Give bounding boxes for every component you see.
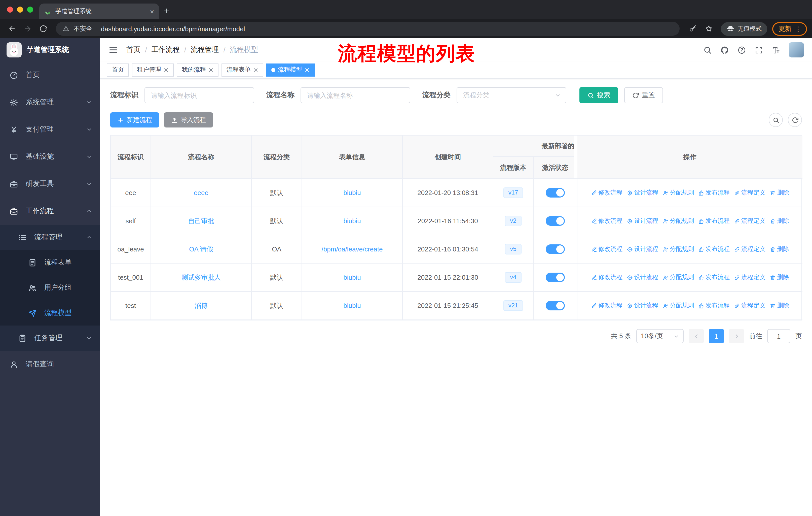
sidebar-item-process-form[interactable]: 流程表单: [0, 250, 100, 275]
sidebar-toggle-icon[interactable]: [108, 45, 118, 55]
action-publish[interactable]: 发布流程: [698, 301, 730, 310]
action-publish[interactable]: 发布流程: [698, 217, 730, 225]
action-publish[interactable]: 发布流程: [698, 245, 730, 253]
sidebar-item-infrastructure[interactable]: 基础设施: [0, 143, 100, 170]
refresh-table-button[interactable]: [788, 113, 802, 127]
help-icon[interactable]: [737, 46, 746, 54]
action-assign[interactable]: 分配规则: [662, 301, 694, 310]
action-delete[interactable]: 删除: [770, 273, 789, 282]
back-button[interactable]: [5, 22, 19, 35]
address-bar[interactable]: 不安全 dashboard.yudao.iocoder.cn/bpm/manag…: [56, 22, 679, 36]
action-publish[interactable]: 发布流程: [698, 273, 730, 282]
window-close-button[interactable]: [7, 6, 13, 12]
action-edit[interactable]: 修改流程: [591, 188, 622, 197]
user-avatar[interactable]: [789, 42, 804, 57]
category-select[interactable]: 流程分类: [457, 87, 566, 103]
import-process-button[interactable]: 导入流程: [164, 112, 213, 128]
close-icon[interactable]: [304, 67, 310, 72]
close-icon[interactable]: [253, 67, 258, 72]
search-button[interactable]: 搜索: [579, 87, 618, 103]
sidebar-item-workflow[interactable]: 工作流程: [0, 197, 100, 225]
breadcrumb-home[interactable]: 首页: [126, 45, 141, 54]
action-assign[interactable]: 分配规则: [662, 188, 694, 197]
reset-button[interactable]: 重置: [624, 87, 663, 103]
action-edit[interactable]: 修改流程: [591, 217, 622, 225]
form-info-link[interactable]: biubiu: [343, 274, 361, 281]
sidebar-item-home[interactable]: 首页: [0, 61, 100, 89]
active-status-toggle[interactable]: [546, 188, 565, 197]
tag-tenant-manage[interactable]: 租户管理: [132, 63, 174, 76]
tab-close-icon[interactable]: ×: [150, 8, 154, 15]
form-info-link[interactable]: biubiu: [343, 189, 361, 196]
sidebar-item-process-manage[interactable]: 流程管理: [0, 225, 100, 250]
action-assign[interactable]: 分配规则: [662, 245, 694, 253]
action-define[interactable]: 流程定义: [734, 245, 765, 253]
toggle-search-button[interactable]: [769, 113, 783, 127]
password-key-icon[interactable]: [686, 22, 700, 36]
close-icon[interactable]: [208, 67, 213, 72]
search-icon[interactable]: [703, 46, 712, 54]
action-design[interactable]: 设计流程: [627, 245, 658, 253]
sidebar-item-user-group[interactable]: 用户分组: [0, 275, 100, 300]
active-status-toggle[interactable]: [546, 216, 565, 226]
goto-page-input[interactable]: [767, 329, 790, 343]
action-assign[interactable]: 分配规则: [662, 273, 694, 282]
form-info-link[interactable]: biubiu: [343, 302, 361, 309]
active-status-toggle[interactable]: [546, 301, 565, 310]
active-status-toggle[interactable]: [546, 273, 565, 282]
tag-my-process[interactable]: 我的流程: [177, 63, 219, 76]
active-status-toggle[interactable]: [546, 244, 565, 254]
sidebar-item-devtools[interactable]: 研发工具: [0, 170, 100, 197]
sidebar-item-system[interactable]: 系统管理: [0, 89, 100, 116]
menu-kebab-icon[interactable]: ⋮: [795, 25, 802, 32]
action-assign[interactable]: 分配规则: [662, 217, 694, 225]
current-page-button[interactable]: 1: [709, 329, 724, 343]
reload-button[interactable]: [36, 22, 50, 35]
action-define[interactable]: 流程定义: [734, 217, 765, 225]
action-define[interactable]: 流程定义: [734, 188, 765, 197]
action-design[interactable]: 设计流程: [627, 217, 658, 225]
action-delete[interactable]: 删除: [770, 217, 789, 225]
breadcrumb-process-manage[interactable]: 流程管理: [191, 45, 219, 54]
action-define[interactable]: 流程定义: [734, 301, 765, 310]
action-delete[interactable]: 删除: [770, 301, 789, 310]
action-delete[interactable]: 删除: [770, 245, 789, 253]
process-name-link[interactable]: OA 请假: [189, 245, 213, 254]
next-page-button[interactable]: [729, 329, 744, 343]
action-edit[interactable]: 修改流程: [591, 301, 622, 310]
action-design[interactable]: 设计流程: [627, 301, 658, 310]
process-key-input[interactable]: [144, 87, 254, 103]
process-name-link[interactable]: 滔博: [195, 301, 208, 310]
process-name-input[interactable]: [300, 87, 410, 103]
forward-button[interactable]: [21, 22, 34, 35]
process-name-link[interactable]: 自己审批: [188, 216, 214, 225]
prev-page-button[interactable]: [689, 329, 704, 343]
page-size-select[interactable]: 10条/页: [636, 329, 684, 343]
tag-process-model[interactable]: 流程模型: [266, 63, 315, 76]
create-process-button[interactable]: 新建流程: [110, 112, 159, 128]
app-logo[interactable]: 芋道管理系统: [0, 38, 100, 61]
action-delete[interactable]: 删除: [770, 188, 789, 197]
window-controls[interactable]: [7, 6, 33, 12]
bookmark-star-icon[interactable]: [702, 22, 716, 36]
form-info-link[interactable]: biubiu: [343, 217, 361, 225]
font-size-icon[interactable]: [772, 46, 780, 54]
sidebar-item-payment[interactable]: 支付管理: [0, 116, 100, 143]
sidebar-item-leave-query[interactable]: 请假查询: [0, 351, 100, 378]
window-minimize-button[interactable]: [17, 6, 23, 12]
new-tab-button[interactable]: +: [159, 3, 174, 19]
action-edit[interactable]: 修改流程: [591, 273, 622, 282]
sidebar-item-process-model[interactable]: 流程模型: [0, 300, 100, 326]
action-design[interactable]: 设计流程: [627, 188, 658, 197]
fullscreen-icon[interactable]: [755, 46, 763, 54]
window-zoom-button[interactable]: [27, 6, 33, 12]
tag-process-form[interactable]: 流程表单: [222, 63, 263, 76]
action-edit[interactable]: 修改流程: [591, 245, 622, 253]
sidebar-item-task-manage[interactable]: 任务管理: [0, 326, 100, 351]
process-name-link[interactable]: 测试多审批人: [181, 273, 221, 282]
browser-tab[interactable]: 芋道管理系统 ×: [39, 3, 159, 19]
action-define[interactable]: 流程定义: [734, 273, 765, 282]
action-publish[interactable]: 发布流程: [698, 188, 730, 197]
form-info-link[interactable]: /bpm/oa/leave/create: [322, 245, 383, 253]
process-name-link[interactable]: eeee: [194, 189, 208, 196]
